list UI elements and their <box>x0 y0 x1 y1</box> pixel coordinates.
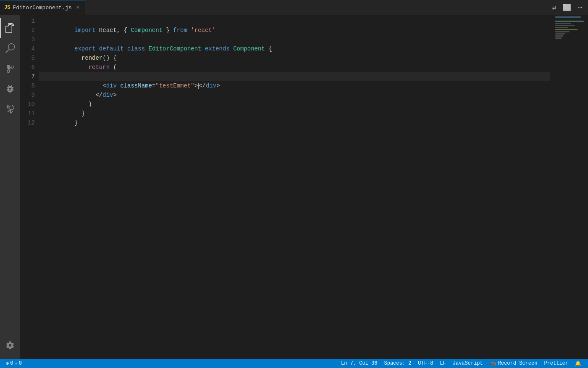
code-line-10: } <box>39 100 550 109</box>
code-lines: import React, { Component } from 'react'… <box>39 15 550 359</box>
tab-bar-actions: ⇄ ⬜ ⋯ <box>551 0 588 15</box>
record-screen-button[interactable]: 📹 Record Screen <box>486 359 541 368</box>
code-editor[interactable]: 1 2 3 4 5 6 7 8 9 10 11 12 import React,… <box>20 15 554 359</box>
minimap <box>554 15 588 359</box>
code-line-5: return ( <box>39 53 550 63</box>
sidebar-item-source-control[interactable] <box>0 58 20 79</box>
activity-bar <box>0 15 20 359</box>
notification-bell[interactable]: 🔔 <box>572 359 585 368</box>
split-editor-icon[interactable]: ⬜ <box>561 2 573 13</box>
indent-mode[interactable]: Spaces: 2 <box>381 359 415 368</box>
cursor-position[interactable]: Ln 7, Col 36 <box>338 359 381 368</box>
record-icon: 📹 <box>490 360 496 367</box>
code-line-6: <div> <box>39 63 550 72</box>
error-icon: ⊗ <box>6 360 9 367</box>
sidebar-item-explorer[interactable] <box>0 18 20 38</box>
language-mode[interactable]: JavaScript <box>449 359 486 368</box>
line-ending[interactable]: LF <box>436 359 449 368</box>
debug-icon <box>5 84 15 94</box>
git-icon <box>5 64 15 74</box>
sidebar-item-debug[interactable] <box>0 79 20 99</box>
code-line-8: </div> <box>39 81 550 90</box>
sidebar-item-extensions[interactable] <box>0 99 20 119</box>
record-screen-label: Record Screen <box>498 360 538 366</box>
vertical-scrollbar[interactable] <box>550 15 554 359</box>
status-errors[interactable]: ⊗ 0 ⚠ 0 <box>3 360 24 367</box>
code-line-9: ) <box>39 90 550 100</box>
warning-icon: ⚠ <box>14 360 17 367</box>
warning-count: 0 <box>19 360 22 366</box>
tab-filename: EditorComponent.js <box>13 5 71 11</box>
code-line-7: <div className="testEmmet"></div> <box>39 72 550 81</box>
gear-icon <box>5 341 15 350</box>
code-line-4: render() { <box>39 44 550 53</box>
sidebar-item-search[interactable] <box>0 38 20 58</box>
status-bar: ⊗ 0 ⚠ 0 Ln 7, Col 36 Spaces: 2 UTF-8 LF … <box>0 359 588 368</box>
extensions-icon <box>5 104 15 114</box>
git-diff-icon[interactable]: ⇄ <box>551 2 558 13</box>
tab-bar: JS EditorComponent.js × ⇄ ⬜ ⋯ <box>0 0 588 15</box>
activity-bar-bottom <box>0 335 20 359</box>
code-line-12 <box>39 118 550 127</box>
status-bar-right: Ln 7, Col 36 Spaces: 2 UTF-8 LF JavaScri… <box>338 359 585 368</box>
code-line-11: } <box>39 109 550 118</box>
status-bar-left: ⊗ 0 ⚠ 0 <box>3 360 24 367</box>
code-line-3: export default class EditorComponent ext… <box>39 35 550 44</box>
line-numbers: 1 2 3 4 5 6 7 8 9 10 11 12 <box>20 15 39 359</box>
more-actions-icon[interactable]: ⋯ <box>576 2 584 13</box>
prettier-button[interactable]: Prettier <box>541 359 572 368</box>
editor-tab[interactable]: JS EditorComponent.js × <box>0 0 86 15</box>
editor-area: 1 2 3 4 5 6 7 8 9 10 11 12 import React,… <box>20 15 554 359</box>
settings-button[interactable] <box>0 335 20 355</box>
encoding[interactable]: UTF-8 <box>415 359 436 368</box>
js-file-icon: JS <box>4 5 10 11</box>
main-area: 1 2 3 4 5 6 7 8 9 10 11 12 import React,… <box>0 15 588 359</box>
code-line-2 <box>39 26 550 35</box>
code-line-1: import React, { Component } from 'react' <box>39 16 550 26</box>
files-icon <box>5 23 15 33</box>
error-count: 0 <box>10 360 13 366</box>
search-icon <box>5 43 15 53</box>
tab-close-button[interactable]: × <box>74 3 81 12</box>
